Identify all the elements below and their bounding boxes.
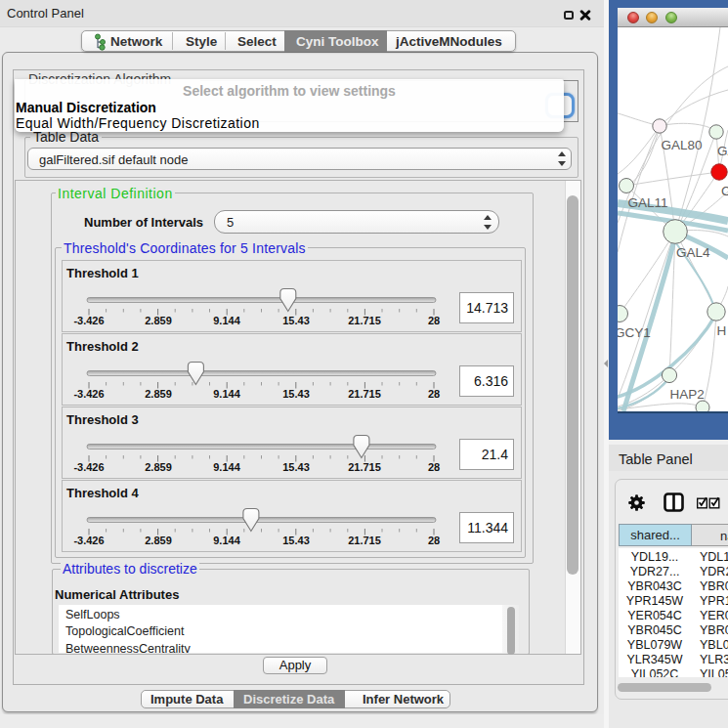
svg-text:GCY1: GCY1 [618, 325, 651, 340]
svg-text:GAL11: GAL11 [628, 195, 668, 210]
svg-text:GA: GA [717, 144, 728, 158]
svg-text:HAP2: HAP2 [670, 387, 705, 402]
svg-text:GAL80: GAL80 [662, 138, 703, 152]
svg-text:GAL4: GAL4 [676, 245, 710, 260]
svg-text:C: C [721, 184, 728, 198]
svg-text:H: H [717, 323, 727, 338]
